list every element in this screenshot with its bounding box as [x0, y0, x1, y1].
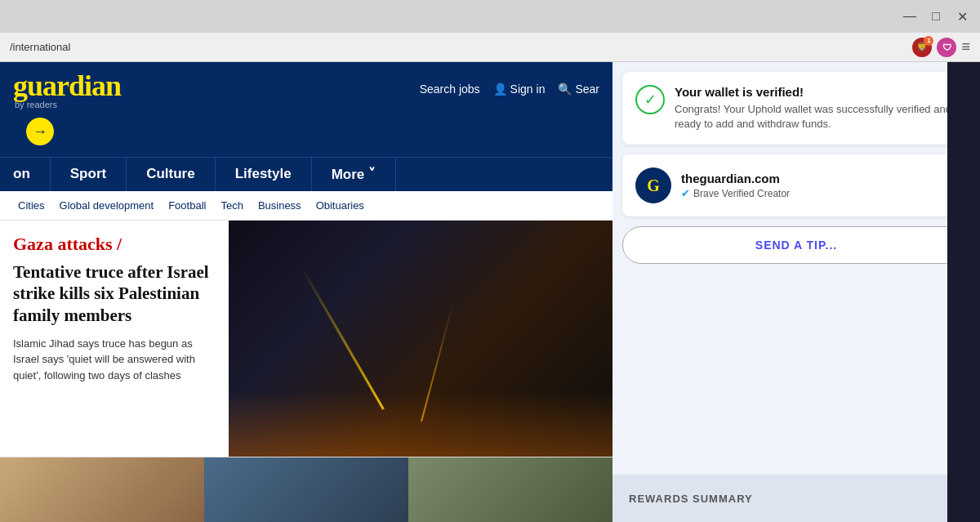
nav-item-0[interactable]: on — [7, 158, 51, 191]
guardian-header: guardian by readers Search jobs 👤 Sign i… — [0, 62, 612, 157]
browser-right-chrome — [947, 62, 980, 522]
thumbnail-2[interactable] — [204, 457, 408, 522]
verified-label: Brave Verified Creator — [693, 188, 790, 199]
publisher-card: G theguardian.com ✔ Brave Verified Creat… — [622, 154, 970, 216]
minimize-button[interactable]: — — [902, 8, 918, 25]
notification-badge: 1 — [924, 36, 933, 46]
subnav-global[interactable]: Global development — [55, 198, 159, 213]
verified-check-icon: ✔ — [681, 187, 690, 199]
rewards-summary[interactable]: REWARDS SUMMARY ⌃ — [612, 475, 980, 522]
nav-item-sport[interactable]: Sport — [51, 158, 127, 191]
notification-body: Congrats! Your Uphold wallet was success… — [675, 102, 957, 132]
article-text: Gaza attacks / Tentative truce after Isr… — [0, 221, 229, 457]
guardian-header-nav: Search jobs 👤 Sign in 🔍 Sear — [420, 83, 599, 96]
subnav-tech[interactable]: Tech — [216, 198, 247, 213]
address-bar: /international 🦁 1 🛡 ≡ — [0, 33, 980, 62]
window-controls: — □ ✕ — [902, 8, 970, 25]
article-area: Gaza attacks / Tentative truce after Isr… — [0, 221, 612, 457]
subnav-business[interactable]: Business — [253, 198, 306, 213]
rewards-summary-label: REWARDS SUMMARY — [629, 493, 753, 505]
maximize-button[interactable]: □ — [928, 8, 944, 25]
publisher-name: theguardian.com — [681, 172, 957, 185]
search-label: Sear — [575, 83, 599, 96]
article-summary: Islamic Jihad says truce has begun as Is… — [13, 336, 216, 384]
sign-in-link[interactable]: 👤 Sign in — [493, 83, 546, 96]
wallet-verified-icon: ✓ — [635, 85, 665, 114]
browser-titlebar: — □ ✕ — [0, 0, 980, 33]
close-button[interactable]: ✕ — [954, 8, 970, 25]
publisher-logo: G — [635, 167, 671, 203]
search-icon: 🔍 — [558, 83, 572, 96]
publisher-info: theguardian.com ✔ Brave Verified Creator — [681, 172, 957, 199]
url-text[interactable]: /international — [10, 41, 906, 53]
brave-rewards-icon[interactable]: 🦁 1 — [912, 38, 932, 57]
subnav-cities[interactable]: Cities — [13, 198, 50, 213]
article-image-bg — [229, 221, 612, 457]
subnav-football[interactable]: Football — [163, 198, 211, 213]
city-lights — [229, 391, 612, 457]
arrow-button[interactable]: → — [26, 118, 54, 145]
missile-trail-1 — [301, 267, 385, 410]
article-tag: Gaza attacks / — [13, 234, 216, 255]
guardian-website: guardian by readers Search jobs 👤 Sign i… — [0, 62, 612, 522]
guardian-logo: guardian — [13, 69, 121, 103]
guardian-main-nav: on Sport Culture Lifestyle More ˅ — [0, 157, 612, 191]
person-icon: 👤 — [493, 83, 507, 96]
sign-in-label: Sign in — [510, 83, 546, 96]
subnav-obituaries[interactable]: Obituaries — [311, 198, 369, 213]
notification-content: Your wallet is verified! Congrats! Your … — [675, 85, 957, 132]
thumbnail-3[interactable] — [408, 457, 612, 522]
notification-title: Your wallet is verified! — [675, 85, 957, 99]
thumbnail-1[interactable] — [0, 457, 204, 522]
send-tip-button[interactable]: SEND A TIP... — [622, 226, 970, 264]
guardian-top-bar: guardian by readers Search jobs 👤 Sign i… — [0, 62, 612, 113]
main-area: guardian by readers Search jobs 👤 Sign i… — [0, 62, 980, 522]
article-headline[interactable]: Tentative truce after Israel strike kill… — [13, 261, 216, 326]
guardian-sub-nav: Cities Global development Football Tech … — [0, 191, 612, 221]
brave-extension-panel: × ✓ Your wallet is verified! Congrats! Y… — [612, 62, 980, 522]
search-link[interactable]: 🔍 Sear — [558, 83, 599, 96]
browser-icons: 🦁 1 🛡 ≡ — [912, 38, 970, 57]
search-jobs-link[interactable]: Search jobs — [420, 83, 480, 96]
nav-item-lifestyle[interactable]: Lifestyle — [216, 158, 312, 191]
nav-item-culture[interactable]: Culture — [127, 158, 216, 191]
article-image — [229, 221, 612, 457]
bottom-thumbnails — [0, 457, 612, 522]
nav-item-more[interactable]: More ˅ — [312, 158, 396, 191]
publisher-verified: ✔ Brave Verified Creator — [681, 187, 957, 199]
brave-shield-icon[interactable]: 🛡 — [937, 38, 956, 57]
browser-menu-button[interactable]: ≡ — [961, 38, 970, 56]
wallet-notification-card: × ✓ Your wallet is verified! Congrats! Y… — [622, 72, 970, 145]
